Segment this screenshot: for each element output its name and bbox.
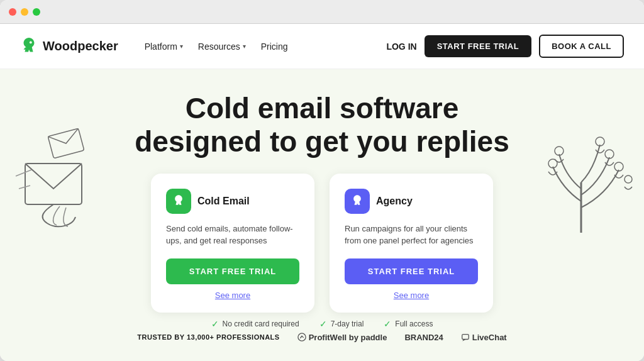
badge-7-day-trial: ✓ 7-day trial: [319, 319, 364, 329]
svg-point-11: [298, 333, 306, 341]
badge-full-access-text: Full access: [395, 319, 433, 328]
cold-email-trial-button[interactable]: START FREE TRIAL: [166, 258, 299, 284]
profitwell-brand: ProfitWell by paddle: [297, 333, 387, 342]
livechat-icon: [461, 333, 470, 342]
badges-row: ✓ No credit card required ✓ 7-day trial …: [191, 313, 453, 329]
check-icon: ✓: [384, 319, 391, 329]
check-icon: ✓: [319, 319, 327, 329]
hero-decoration-right: [525, 119, 638, 248]
chevron-down-icon: ▾: [243, 43, 246, 50]
trusted-label: TRUSTED BY 13,000+ PROFESSIONALS: [137, 333, 279, 341]
nav-pricing-label: Pricing: [261, 42, 288, 52]
cards-row: Cold Email Send cold emails, automate fo…: [151, 174, 493, 313]
badge-no-credit-card-text: No credit card required: [223, 319, 299, 328]
agency-description: Run campaigns for all your clients from …: [345, 223, 478, 247]
minimize-dot[interactable]: [21, 8, 28, 16]
nav-links: Platform ▾ Resources ▾ Pricing: [138, 38, 387, 55]
nav-platform-label: Platform: [145, 42, 177, 52]
svg-point-0: [30, 41, 32, 43]
browser-window: Woodpecker Platform ▾ Resources ▾ Pricin…: [0, 0, 644, 361]
hero-title-line2: designed to get you replies: [135, 125, 509, 158]
login-link[interactable]: LOG IN: [386, 42, 416, 52]
nav-platform[interactable]: Platform ▾: [138, 38, 189, 55]
nav-pricing[interactable]: Pricing: [255, 38, 294, 55]
book-call-button[interactable]: BOOK A CALL: [539, 35, 624, 58]
hero-title: Cold email software designed to get you …: [122, 69, 522, 174]
svg-line-3: [16, 170, 31, 176]
check-icon: ✓: [211, 319, 219, 329]
cold-email-see-more[interactable]: See more: [166, 291, 299, 300]
agency-card-header: Agency: [345, 189, 478, 214]
svg-rect-12: [462, 335, 469, 340]
agency-see-more[interactable]: See more: [345, 291, 478, 300]
brand24-brand: BRAND24: [404, 333, 443, 342]
browser-bar: [0, 0, 644, 24]
nav-resources[interactable]: Resources ▾: [192, 38, 252, 55]
logo[interactable]: Woodpecker: [20, 36, 118, 57]
agency-trial-button[interactable]: START FREE TRIAL: [345, 258, 478, 284]
chevron-down-icon: ▾: [180, 43, 183, 50]
main-content: Cold email software designed to get you …: [0, 69, 644, 361]
nav-right: LOG IN START FREE TRIAL BOOK A CALL: [386, 35, 624, 58]
start-trial-nav-button[interactable]: START FREE TRIAL: [425, 35, 532, 57]
badge-no-credit-card: ✓ No credit card required: [211, 319, 299, 329]
cold-email-icon: [166, 189, 191, 214]
cold-email-description: Send cold emails, automate follow-ups, a…: [166, 223, 299, 247]
agency-title: Agency: [376, 196, 413, 207]
cold-email-title: Cold Email: [197, 196, 250, 207]
nav-resources-label: Resources: [198, 42, 240, 52]
svg-point-5: [614, 162, 623, 171]
svg-point-6: [605, 150, 614, 158]
hero-decoration-left: [13, 126, 113, 242]
profitwell-icon: [297, 333, 306, 342]
svg-point-9: [555, 147, 564, 155]
hero-title-line1: Cold email software: [186, 92, 459, 125]
svg-point-10: [625, 175, 632, 183]
svg-rect-1: [25, 164, 82, 204]
trusted-row: TRUSTED BY 13,000+ PROFESSIONALS ProfitW…: [137, 329, 506, 342]
livechat-brand: LiveChat: [461, 333, 507, 342]
agency-card: Agency Run campaigns for all your client…: [330, 174, 493, 313]
agency-icon: [345, 189, 370, 214]
badge-full-access: ✓ Full access: [384, 319, 433, 329]
logo-icon: [20, 36, 38, 57]
svg-point-7: [596, 137, 604, 146]
cold-email-card-header: Cold Email: [166, 189, 299, 214]
fullscreen-dot[interactable]: [33, 8, 40, 16]
badge-7-day-text: 7-day trial: [331, 319, 364, 328]
navbar: Woodpecker Platform ▾ Resources ▾ Pricin…: [0, 24, 644, 69]
close-dot[interactable]: [9, 8, 16, 16]
cold-email-card: Cold Email Send cold emails, automate fo…: [151, 174, 314, 313]
logo-text: Woodpecker: [43, 39, 118, 53]
hero-heading: Cold email software designed to get you …: [135, 92, 509, 158]
